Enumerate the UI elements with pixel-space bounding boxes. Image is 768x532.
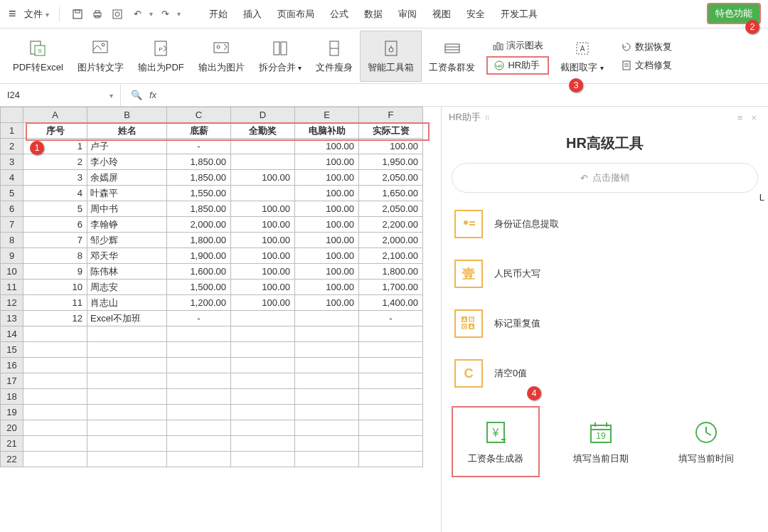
cell[interactable]: 100.00 <box>231 217 295 233</box>
cell[interactable] <box>231 154 295 170</box>
cell[interactable]: 底薪 <box>167 123 231 139</box>
tab-layout[interactable]: 页面布局 <box>272 8 320 21</box>
rmb-upper-tool[interactable]: 壹 人民币大写 <box>452 254 758 294</box>
file-menu[interactable]: 文件 <box>24 8 49 21</box>
cell[interactable]: 陈伟林 <box>87 264 167 280</box>
cell[interactable] <box>23 452 87 467</box>
row-header[interactable]: 10 <box>1 264 23 280</box>
cell[interactable]: 2,000.00 <box>359 233 423 248</box>
cell[interactable]: 100.00 <box>231 248 295 264</box>
row-header[interactable]: 12 <box>1 295 23 311</box>
cell[interactable]: 2 <box>23 154 87 170</box>
cell[interactable] <box>295 358 359 373</box>
cell[interactable]: 100.00 <box>295 170 359 186</box>
cell[interactable]: - <box>359 311 423 326</box>
cell[interactable]: - <box>167 139 231 154</box>
cell[interactable] <box>87 373 167 389</box>
row-header[interactable]: 14 <box>1 326 23 342</box>
cell[interactable] <box>167 342 231 358</box>
row-header[interactable]: 19 <box>1 405 23 420</box>
tab-review[interactable]: 审阅 <box>393 8 422 21</box>
cell[interactable] <box>231 326 295 342</box>
cell[interactable] <box>295 389 359 405</box>
cell[interactable]: 8 <box>23 248 87 264</box>
spreadsheet[interactable]: ABCDEF1序号姓名底薪全勤奖电脑补助实际工资21卢子-100.00100.0… <box>0 107 441 532</box>
cell[interactable]: 4 <box>23 186 87 201</box>
export-pdf-button[interactable]: P 输出为PDF <box>131 31 191 82</box>
split-merge-button[interactable]: 拆分合并 ▾ <box>252 31 309 82</box>
cell[interactable] <box>87 358 167 373</box>
fx-label[interactable]: fx <box>149 90 156 100</box>
cell[interactable]: 100.00 <box>295 139 359 154</box>
cell[interactable] <box>167 436 231 452</box>
cell[interactable] <box>87 420 167 436</box>
doc-repair-button[interactable]: 文档修复 <box>615 58 678 73</box>
cell[interactable]: 2,000.00 <box>167 217 231 233</box>
cell[interactable] <box>87 436 167 452</box>
cell[interactable]: 7 <box>23 233 87 248</box>
cell[interactable]: 1,850.00 <box>167 201 231 217</box>
cell[interactable] <box>87 405 167 420</box>
cell[interactable]: 9 <box>23 264 87 280</box>
cell[interactable] <box>167 405 231 420</box>
cell[interactable]: 100.00 <box>295 233 359 248</box>
print-icon[interactable] <box>90 6 105 22</box>
cell[interactable] <box>295 311 359 326</box>
cell[interactable]: 100.00 <box>359 139 423 154</box>
cell[interactable]: 余嫣屏 <box>87 170 167 186</box>
cell[interactable]: 100.00 <box>231 295 295 311</box>
cell[interactable] <box>23 389 87 405</box>
cell[interactable] <box>295 452 359 467</box>
redo-dropdown[interactable]: ▾ <box>177 10 181 18</box>
cell[interactable] <box>23 405 87 420</box>
cell[interactable] <box>359 373 423 389</box>
search-icon[interactable] <box>131 90 142 100</box>
close-icon[interactable]: × <box>747 112 761 123</box>
cell[interactable] <box>359 436 423 452</box>
cell[interactable] <box>295 373 359 389</box>
formula-input[interactable] <box>164 90 768 100</box>
cell[interactable] <box>231 389 295 405</box>
cell[interactable] <box>87 326 167 342</box>
cell[interactable]: 1,550.00 <box>167 186 231 201</box>
cell[interactable] <box>231 452 295 467</box>
tab-data[interactable]: 数据 <box>358 8 388 21</box>
id-extract-tool[interactable]: 身份证信息提取 <box>452 204 758 244</box>
cell[interactable]: 100.00 <box>295 248 359 264</box>
cell[interactable]: 2,050.00 <box>359 170 423 186</box>
column-header[interactable]: E <box>295 107 359 123</box>
cell[interactable] <box>23 420 87 436</box>
cell[interactable]: 周中书 <box>87 201 167 217</box>
export-img-button[interactable]: 输出为图片 <box>191 31 252 82</box>
cell[interactable]: 电脑补助 <box>295 123 359 139</box>
row-header[interactable]: 5 <box>1 186 23 201</box>
fill-time-card[interactable]: 填写当前时间 <box>662 406 750 477</box>
payroll-generator-card[interactable]: ¥ 工资条生成器 <box>452 406 540 477</box>
cell[interactable] <box>231 373 295 389</box>
cell[interactable]: 100.00 <box>295 154 359 170</box>
cell[interactable]: 100.00 <box>231 280 295 295</box>
column-header[interactable]: B <box>87 107 167 123</box>
cell[interactable]: 1,650.00 <box>359 186 423 201</box>
cell[interactable] <box>359 420 423 436</box>
cell[interactable] <box>359 342 423 358</box>
tab-security[interactable]: 安全 <box>461 8 491 21</box>
cell[interactable] <box>359 452 423 467</box>
cell[interactable]: 100.00 <box>231 201 295 217</box>
cell[interactable] <box>359 405 423 420</box>
column-header[interactable]: D <box>231 107 295 123</box>
cell[interactable]: 2,200.00 <box>359 217 423 233</box>
cell[interactable] <box>167 452 231 467</box>
pdf-to-excel-button[interactable]: S PDF转Excel <box>6 31 70 82</box>
cell[interactable]: 2,050.00 <box>359 201 423 217</box>
tab-dev[interactable]: 开发工具 <box>495 8 543 21</box>
cell[interactable] <box>359 326 423 342</box>
mark-dup-tool[interactable]: ABCA 标记重复值 <box>452 304 758 344</box>
row-header[interactable]: 20 <box>1 420 23 436</box>
row-header[interactable]: 16 <box>1 358 23 373</box>
cell[interactable]: 周志安 <box>87 280 167 295</box>
cell[interactable]: 6 <box>23 217 87 233</box>
cell[interactable] <box>295 436 359 452</box>
cell[interactable]: 肖志山 <box>87 295 167 311</box>
redo-icon[interactable]: ↷ <box>157 6 173 22</box>
